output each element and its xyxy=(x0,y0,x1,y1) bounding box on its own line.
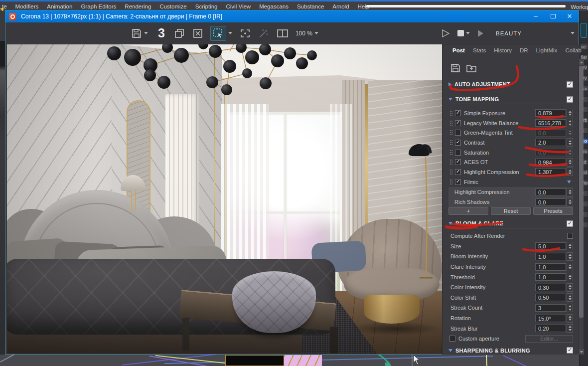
spinner-threshold[interactable] xyxy=(567,273,573,281)
checkbox-filmic[interactable] xyxy=(455,179,461,185)
spinner-simple-exposure[interactable] xyxy=(567,109,573,117)
auto-adjust-wand-button[interactable] xyxy=(258,28,269,38)
value-field-color-shift[interactable]: 0,50 xyxy=(535,294,566,301)
value-field-streak-blur[interactable]: 0,20 xyxy=(535,325,566,332)
spinner-glare-intensity[interactable] xyxy=(567,263,573,271)
stop-dropdown-caret[interactable] xyxy=(466,32,470,34)
drag-handle-icon[interactable] xyxy=(449,120,453,126)
button-item[interactable]: + xyxy=(448,207,488,215)
value-field-highlight-compression[interactable]: 1,307 xyxy=(535,168,566,176)
start-render-button[interactable] xyxy=(441,28,450,38)
zoom-dropdown-caret[interactable] xyxy=(314,32,318,34)
clear-buffer-button[interactable] xyxy=(192,28,203,38)
tab-collab[interactable]: Collab xyxy=(565,47,582,53)
button-reset[interactable]: Reset xyxy=(491,207,531,215)
duplicate-buffer-button[interactable] xyxy=(174,28,185,38)
checkbox-saturation[interactable] xyxy=(455,150,461,156)
tab-dr[interactable]: DR xyxy=(520,47,528,53)
value-field-aces-ot[interactable]: 0,984 xyxy=(535,159,566,166)
pixel-focus-button[interactable] xyxy=(240,28,251,38)
tab-history[interactable]: History xyxy=(494,47,512,53)
menu-civil-view[interactable]: Civil View xyxy=(226,3,251,9)
spinner-saturation[interactable] xyxy=(567,148,573,157)
checkbox-contrast[interactable] xyxy=(455,140,461,146)
resume-render-button[interactable] xyxy=(476,29,485,38)
checkbox-aces-ot[interactable] xyxy=(455,159,461,165)
close-button[interactable]: ✕ xyxy=(562,10,578,22)
spinner-aces-ot[interactable] xyxy=(567,158,573,167)
ab-compare-button[interactable] xyxy=(277,28,289,38)
menu-arnold[interactable]: Arnold xyxy=(332,3,349,9)
save-settings-button[interactable] xyxy=(450,63,460,73)
tab-stats[interactable]: Stats xyxy=(473,47,486,53)
section-sharpening[interactable]: SHARPENING & BLURRING xyxy=(448,346,573,355)
menu-graph-editors[interactable]: Graph Editors xyxy=(81,3,116,9)
value-field-glare-intensity[interactable]: 1,0 xyxy=(535,263,566,271)
pass-dropdown-caret[interactable] xyxy=(571,32,575,34)
section-tone-mapping[interactable]: TONE MAPPING xyxy=(448,95,573,104)
menu-animation[interactable]: Animation xyxy=(47,3,72,9)
value-field-bloom-intensity[interactable]: 1,0 xyxy=(535,253,566,260)
value-field-legacy-white-balance[interactable]: 6516,278 xyxy=(535,119,566,127)
bloom-glare-checkbox[interactable] xyxy=(567,220,573,227)
minimize-button[interactable]: – xyxy=(528,10,544,22)
drag-handle-icon[interactable] xyxy=(449,130,453,136)
scroll-down-icon[interactable] xyxy=(579,349,584,355)
spinner-highlight-compression[interactable] xyxy=(567,188,573,196)
spinner-rotation[interactable] xyxy=(567,314,573,323)
render-region-button[interactable] xyxy=(210,26,226,41)
expand-arrow-icon[interactable] xyxy=(448,349,452,352)
spinner-size[interactable] xyxy=(567,242,573,250)
checkbox-simple-exposure[interactable] xyxy=(455,110,461,116)
checkbox-legacy-white-balance[interactable] xyxy=(455,120,461,126)
spinner-color-intensity[interactable] xyxy=(567,283,573,292)
value-field-contrast[interactable]: 2,0 xyxy=(535,139,566,146)
value-field-rich-shadows[interactable]: 0,0 xyxy=(535,198,566,206)
tab-lightmix[interactable]: LightMix xyxy=(536,47,558,53)
stop-render-button[interactable] xyxy=(457,30,464,36)
spinner-bloom-intensity[interactable] xyxy=(567,252,573,261)
save-image-button[interactable] xyxy=(131,28,148,38)
filmic-expand-icon[interactable] xyxy=(567,181,571,183)
spinner-streak-blur[interactable] xyxy=(567,324,573,333)
auto-adjustment-checkbox[interactable] xyxy=(567,81,573,88)
menu-customize[interactable]: Customize xyxy=(159,3,186,9)
section-bloom-glare[interactable]: BLOOM & GLARE xyxy=(448,219,573,228)
checkbox-compute-after-render[interactable] xyxy=(567,233,573,239)
spinner-streak-count[interactable] xyxy=(567,304,573,312)
load-settings-button[interactable] xyxy=(466,63,477,73)
spinner-contrast[interactable] xyxy=(567,138,573,147)
button-editor[interactable]: Editor... xyxy=(525,335,573,343)
menu-substance[interactable]: Substance xyxy=(297,3,324,9)
drag-handle-icon[interactable] xyxy=(449,140,453,146)
tone-mapping-checkbox[interactable] xyxy=(567,96,573,103)
menu-scripting[interactable]: Scripting xyxy=(195,3,218,9)
value-field-green-magenta-tint[interactable]: 0,0 xyxy=(535,129,566,137)
button-presets[interactable]: Presets xyxy=(533,207,573,215)
sharpening-checkbox[interactable] xyxy=(567,347,573,354)
drag-handle-icon[interactable] xyxy=(449,179,453,185)
render-element-selector[interactable]: BEAUTY xyxy=(496,30,522,36)
checkbox-green-magenta-tint[interactable] xyxy=(455,130,461,136)
value-field-size[interactable]: 5,0 xyxy=(535,242,566,250)
menu-modifiers[interactable]: Modifiers xyxy=(15,3,39,9)
spinner-legacy-white-balance[interactable] xyxy=(567,119,573,127)
scroll-up-icon[interactable] xyxy=(579,59,584,65)
spinner-rich-shadows[interactable] xyxy=(567,198,573,206)
value-field-saturation[interactable]: 0,0 xyxy=(535,149,566,156)
drag-handle-icon[interactable] xyxy=(449,150,453,156)
value-field-threshold[interactable]: 1,0 xyxy=(535,273,566,281)
scrollbar-thumb[interactable] xyxy=(579,66,584,318)
drag-handle-icon[interactable] xyxy=(449,159,453,165)
region-dropdown-caret[interactable] xyxy=(228,32,232,34)
spinner-highlight-compression[interactable] xyxy=(567,168,573,176)
value-field-color-intensity[interactable]: 0,30 xyxy=(535,284,566,291)
section-auto-adjustment[interactable]: AUTO ADJUSTMENT xyxy=(448,80,573,89)
menu-workspaces[interactable]: Worksp xyxy=(571,4,588,10)
maximize-button[interactable] xyxy=(545,10,561,22)
checkbox-custom-aperture[interactable] xyxy=(449,336,455,342)
drag-handle-icon[interactable] xyxy=(449,169,453,175)
menu-megascans[interactable]: Megascans xyxy=(259,3,289,9)
collapse-arrow-icon[interactable] xyxy=(448,82,451,86)
vfb-title-bar[interactable]: Corona 13 | 1078×762px (1:1) | Camera: 2… xyxy=(5,10,579,22)
